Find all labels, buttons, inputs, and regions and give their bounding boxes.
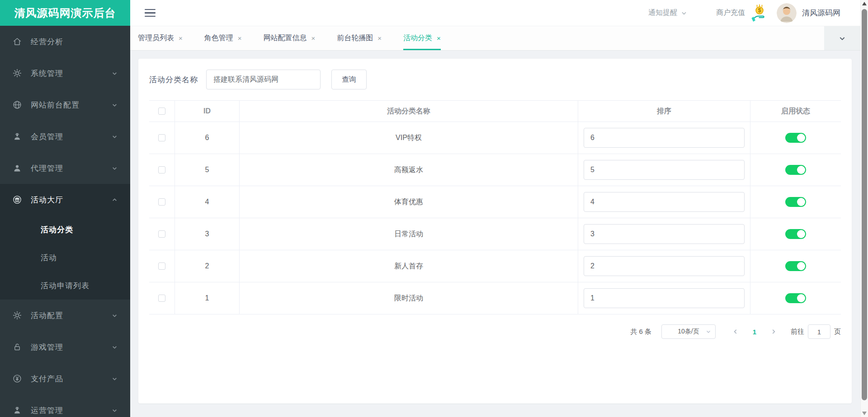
merchant-recharge-link[interactable]: 商户充值 (716, 8, 745, 18)
chevron-down-icon (112, 408, 118, 413)
chevron-down-icon (112, 313, 118, 319)
sidebar-item-agent-mgmt[interactable]: 代理管理 (0, 152, 130, 184)
globe-icon (12, 99, 23, 110)
operator-icon (12, 405, 23, 416)
notice-dropdown[interactable]: 通知提醒 (648, 8, 687, 18)
tab-frontend-carousel[interactable]: 前台轮播图 × (337, 26, 382, 50)
goto-page-input[interactable] (808, 324, 830, 339)
cell-id: 1 (175, 282, 240, 314)
page-size-value: 10条/页 (678, 328, 699, 336)
scroll-down-arrow[interactable] (862, 412, 867, 415)
sidebar-item-label: 会员管理 (31, 131, 112, 142)
row-checkbox[interactable] (158, 230, 165, 238)
lock-icon (12, 342, 23, 352)
sort-input[interactable] (584, 256, 745, 276)
total-count: 共 6 条 (630, 328, 651, 336)
enable-toggle[interactable] (785, 261, 806, 271)
close-icon[interactable]: × (238, 34, 242, 42)
sidebar-subitem-activity-category[interactable]: 活动分类 (0, 216, 130, 244)
close-icon[interactable]: × (377, 34, 382, 42)
cell-name: 新人首存 (240, 250, 578, 282)
tab-options-button[interactable] (824, 26, 860, 50)
tab-label: 网站配置信息 (264, 33, 307, 43)
sidebar-item-label: 游戏管理 (31, 342, 112, 352)
select-all-checkbox[interactable] (158, 108, 165, 115)
sidebar-subitem-activity-apply-list[interactable]: 活动申请列表 (0, 272, 130, 300)
table-row: 5 高额返水 (149, 154, 841, 186)
sidebar-item-activity-hall[interactable]: 活动大厅 (0, 184, 130, 216)
svg-text:$: $ (758, 7, 761, 14)
sort-input[interactable] (584, 128, 745, 148)
sidebar-group-activity-hall: 活动大厅 活动分类 活动 活动申请列表 (0, 184, 130, 300)
close-icon[interactable]: × (437, 34, 441, 42)
close-icon[interactable]: × (179, 34, 183, 42)
table-row: 3 日常活动 (149, 218, 841, 250)
row-checkbox[interactable] (158, 262, 165, 270)
topbar-right: 通知提醒 商户充值 $ 清风源码网 (648, 3, 860, 23)
tab-admin-list[interactable]: 管理员列表 × (138, 26, 183, 50)
avatar[interactable] (777, 3, 797, 23)
sidebar-item-business-analysis[interactable]: 经营分析 (0, 26, 130, 57)
sidebar-item-label: 系统管理 (31, 68, 112, 79)
close-icon[interactable]: × (311, 34, 316, 42)
gear-icon (12, 310, 23, 321)
sidebar-item-game-mgmt[interactable]: 游戏管理 (0, 331, 130, 363)
current-page[interactable]: 1 (748, 328, 761, 336)
sidebar-item-payment-products[interactable]: 支付产品 (0, 363, 130, 394)
chevron-down-icon (112, 165, 118, 171)
gift-icon (12, 194, 23, 205)
sidebar-item-operations-mgmt[interactable]: 运营管理 (0, 394, 130, 417)
coin-hand-icon[interactable]: $ (750, 3, 769, 23)
row-checkbox[interactable] (158, 198, 165, 206)
enable-toggle[interactable] (785, 293, 806, 303)
sort-input[interactable] (584, 192, 745, 212)
enable-toggle[interactable] (785, 229, 806, 239)
cell-id: 2 (175, 250, 240, 282)
tab-label: 活动分类 (403, 33, 432, 43)
enable-toggle[interactable] (785, 165, 806, 175)
username[interactable]: 清风源码网 (802, 8, 840, 18)
topbar: 通知提醒 商户充值 $ 清风源码网 (130, 0, 860, 26)
scrollbar-thumb[interactable] (862, 9, 867, 400)
category-table: ID 活动分类名称 排序 启用状态 6 VIP特权 5 (149, 100, 841, 314)
tab-activity-category[interactable]: 活动分类 × (403, 26, 441, 50)
table-row: 1 限时活动 (149, 282, 841, 314)
sort-input[interactable] (584, 224, 745, 244)
sidebar-item-system-mgmt[interactable]: 系统管理 (0, 57, 130, 89)
cell-name: 高额返水 (240, 154, 578, 186)
sidebar-item-label: 代理管理 (31, 163, 112, 173)
home-icon (12, 36, 23, 47)
row-checkbox[interactable] (158, 166, 165, 173)
sidebar-item-activity-config[interactable]: 活动配置 (0, 300, 130, 331)
activity-category-card: 活动分类名称 查询 ID 活动分类名称 排序 启用状态 6 (138, 59, 852, 403)
sort-input[interactable] (584, 160, 745, 180)
sidebar-item-label: 网站前台配置 (31, 100, 112, 110)
sidebar: 清风源码网演示后台 经营分析 系统管理 网站前台配置 会员管理 代理管理 (0, 0, 130, 417)
sidebar-subitem-label: 活动 (41, 253, 57, 263)
row-checkbox[interactable] (158, 134, 165, 141)
next-page-button[interactable] (767, 328, 780, 335)
tab-role-mgmt[interactable]: 角色管理 × (204, 26, 242, 50)
tab-label: 管理员列表 (138, 33, 174, 43)
sidebar-item-label: 活动配置 (31, 310, 112, 321)
prev-page-button[interactable] (729, 328, 742, 335)
header-id: ID (175, 101, 240, 122)
cell-name: 日常活动 (240, 218, 578, 250)
sidebar-subitem-activity[interactable]: 活动 (0, 244, 130, 272)
enable-toggle[interactable] (785, 133, 806, 143)
query-button[interactable]: 查询 (331, 70, 367, 89)
tab-site-config-info[interactable]: 网站配置信息 × (264, 26, 316, 50)
sort-input[interactable] (584, 288, 745, 308)
page-size-select[interactable]: 10条/页 (661, 324, 716, 339)
row-checkbox[interactable] (158, 295, 165, 302)
enable-toggle[interactable] (785, 197, 806, 207)
hamburger-menu-icon[interactable] (145, 9, 156, 17)
category-name-input[interactable] (206, 70, 321, 89)
scroll-up-arrow[interactable] (862, 2, 867, 5)
chevron-down-icon (112, 134, 118, 140)
sidebar-item-member-mgmt[interactable]: 会员管理 (0, 121, 130, 152)
sidebar-item-site-frontend-config[interactable]: 网站前台配置 (0, 89, 130, 121)
sidebar-subitem-label: 活动分类 (41, 225, 73, 235)
search-row: 活动分类名称 查询 (149, 70, 841, 89)
sidebar-item-label: 运营管理 (31, 405, 112, 416)
